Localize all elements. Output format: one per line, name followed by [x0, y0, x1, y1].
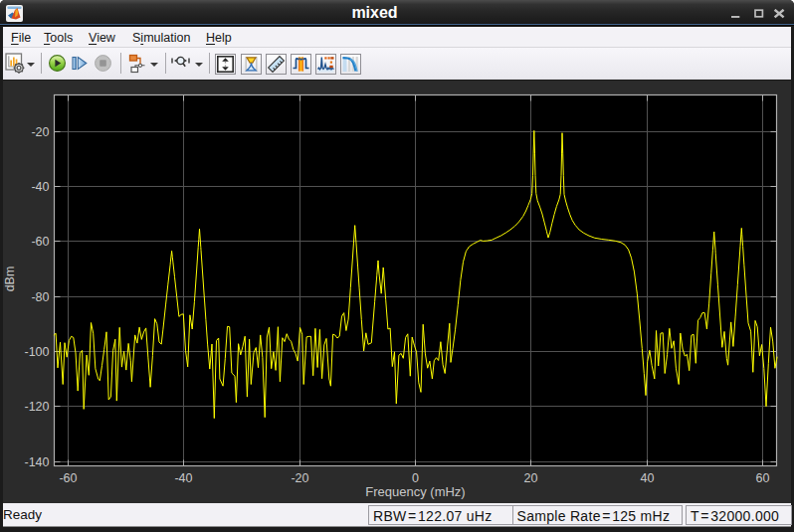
svg-text:-20: -20 — [31, 125, 49, 139]
svg-text:-140: -140 — [24, 455, 49, 469]
svg-text:40: 40 — [641, 471, 655, 485]
svg-text:-60: -60 — [31, 235, 49, 249]
svg-text:Frequency (mHz): Frequency (mHz) — [365, 484, 465, 499]
svg-text:-40: -40 — [174, 471, 192, 485]
svg-text:dBm: dBm — [3, 266, 17, 292]
svg-text:-40: -40 — [31, 180, 49, 194]
svg-text:20: 20 — [524, 471, 538, 485]
svg-text:-80: -80 — [31, 290, 49, 304]
svg-text:-100: -100 — [24, 345, 49, 359]
svg-text:-60: -60 — [59, 471, 77, 485]
svg-text:60: 60 — [756, 471, 770, 485]
svg-text:-20: -20 — [291, 471, 308, 485]
svg-text:-120: -120 — [24, 400, 49, 414]
